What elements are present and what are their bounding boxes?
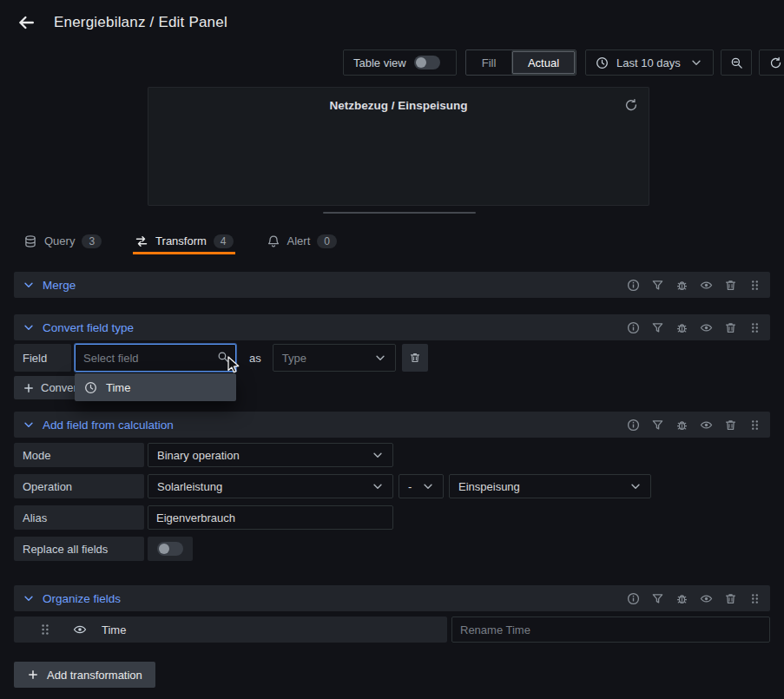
fill-option[interactable]: Fill bbox=[466, 50, 511, 75]
debug-icon[interactable] bbox=[675, 419, 688, 432]
organize-field-name: Time bbox=[102, 623, 126, 636]
grafana-edit-panel-screen: Energiebilanz / Edit Panel Table view Fi… bbox=[0, 0, 784, 699]
select-field-input[interactable] bbox=[75, 344, 236, 372]
zoom-out-icon bbox=[730, 56, 743, 69]
collapse-chevron-icon[interactable] bbox=[23, 419, 35, 431]
type-select[interactable]: Type bbox=[273, 344, 396, 372]
refresh-icon bbox=[769, 56, 782, 69]
debug-icon[interactable] bbox=[675, 592, 688, 605]
select-field-wrapper bbox=[75, 344, 236, 372]
panel-resize-handle[interactable] bbox=[323, 212, 476, 214]
top-header: Energiebilanz / Edit Panel bbox=[0, 0, 784, 45]
info-icon[interactable] bbox=[627, 321, 640, 334]
section-title[interactable]: Organize fields bbox=[43, 592, 121, 605]
field-label: Field bbox=[14, 344, 71, 372]
drag-handle-icon[interactable] bbox=[748, 419, 761, 432]
actual-option[interactable]: Actual bbox=[511, 50, 576, 75]
tab-label: Alert bbox=[287, 234, 311, 247]
query-count-badge: 3 bbox=[82, 234, 102, 248]
section-title[interactable]: Convert field type bbox=[43, 321, 134, 334]
transform-section-merge: Merge bbox=[14, 272, 770, 298]
delete-icon bbox=[409, 352, 421, 364]
drag-handle-icon[interactable] bbox=[38, 623, 52, 636]
add-transformation-button[interactable]: Add transformation bbox=[14, 662, 155, 688]
rename-field-input[interactable] bbox=[451, 617, 770, 643]
operation-left-select[interactable]: Solarleistung bbox=[148, 474, 393, 498]
section-title[interactable]: Merge bbox=[43, 279, 76, 292]
delete-icon[interactable] bbox=[724, 321, 737, 334]
visibility-icon[interactable] bbox=[700, 419, 713, 432]
back-icon[interactable] bbox=[16, 12, 36, 33]
drag-handle-icon[interactable] bbox=[748, 321, 761, 334]
section-actions bbox=[627, 592, 761, 605]
panel-title: Netzbezug / Einspeisung bbox=[148, 99, 649, 112]
info-icon[interactable] bbox=[627, 279, 640, 292]
type-select-value: Type bbox=[282, 352, 306, 365]
panel-toolbar: Table view Fill Actual Last 10 days bbox=[0, 49, 784, 76]
visibility-icon[interactable] bbox=[700, 592, 713, 605]
info-icon[interactable] bbox=[627, 592, 640, 605]
replace-all-fields-toggle[interactable] bbox=[157, 542, 183, 556]
visibility-icon[interactable] bbox=[73, 623, 87, 636]
filter-icon[interactable] bbox=[651, 419, 664, 432]
organize-field-bar: Time bbox=[14, 617, 447, 643]
debug-icon[interactable] bbox=[675, 279, 688, 292]
collapse-chevron-icon[interactable] bbox=[23, 592, 35, 604]
tab-alert[interactable]: Alert 0 bbox=[265, 228, 339, 254]
drag-handle-icon[interactable] bbox=[748, 279, 761, 292]
tab-query[interactable]: Query 3 bbox=[22, 228, 103, 254]
delete-icon[interactable] bbox=[724, 592, 737, 605]
zoom-out-button[interactable] bbox=[721, 49, 752, 76]
filter-icon[interactable] bbox=[651, 321, 664, 334]
delete-icon[interactable] bbox=[724, 279, 737, 292]
delete-icon[interactable] bbox=[724, 419, 737, 432]
alias-label: Alias bbox=[14, 505, 144, 530]
fill-actual-segmented-control: Fill Actual bbox=[465, 49, 576, 76]
debug-icon[interactable] bbox=[675, 321, 688, 334]
section-actions bbox=[627, 419, 761, 432]
organize-field-row: Time bbox=[14, 617, 770, 643]
transform-count-badge: 4 bbox=[214, 234, 234, 248]
transform-section-organize: Organize fields bbox=[14, 585, 770, 611]
query-icon bbox=[23, 234, 37, 248]
operation-right-value: Einspeisung bbox=[458, 480, 520, 493]
transform-section-convert: Convert field type bbox=[14, 314, 770, 340]
field-select-dropdown: Time bbox=[75, 373, 236, 401]
replace-all-fields-row: Replace all fields bbox=[14, 537, 193, 561]
info-icon[interactable] bbox=[627, 419, 640, 432]
chevron-down-icon bbox=[372, 449, 384, 461]
operator-select[interactable]: - bbox=[399, 474, 444, 498]
clock-icon bbox=[596, 56, 609, 69]
remove-conversion-button[interactable] bbox=[402, 344, 428, 372]
visibility-icon[interactable] bbox=[700, 321, 713, 334]
add-transformation-label: Add transformation bbox=[47, 669, 142, 682]
collapse-chevron-icon[interactable] bbox=[23, 321, 35, 333]
chevron-down-icon bbox=[374, 352, 386, 364]
panel-sync-icon[interactable] bbox=[624, 98, 638, 112]
filter-icon[interactable] bbox=[651, 592, 664, 605]
collapse-chevron-icon[interactable] bbox=[23, 279, 35, 291]
operation-label: Operation bbox=[14, 474, 144, 498]
dropdown-option-time[interactable]: Time bbox=[75, 373, 236, 401]
visibility-icon[interactable] bbox=[700, 279, 713, 292]
search-icon bbox=[217, 351, 229, 363]
tab-transform[interactable]: Transform 4 bbox=[133, 228, 234, 254]
alias-input[interactable] bbox=[148, 505, 393, 530]
plus-icon bbox=[23, 382, 35, 394]
alert-icon bbox=[267, 234, 280, 248]
page-title: Energiebilanz / Edit Panel bbox=[54, 14, 227, 31]
mode-row: Mode Binary operation bbox=[14, 443, 393, 467]
table-view-switch-icon[interactable] bbox=[414, 56, 440, 69]
alias-row: Alias bbox=[14, 505, 393, 530]
chevron-down-icon bbox=[690, 56, 702, 69]
drag-handle-icon[interactable] bbox=[748, 592, 761, 605]
time-range-picker[interactable]: Last 10 days bbox=[585, 49, 714, 76]
operation-right-select[interactable]: Einspeisung bbox=[449, 474, 651, 498]
refresh-button[interactable] bbox=[759, 49, 784, 76]
table-view-toggle[interactable]: Table view bbox=[343, 49, 457, 76]
mode-select[interactable]: Binary operation bbox=[148, 443, 393, 467]
filter-icon[interactable] bbox=[651, 279, 664, 292]
section-title[interactable]: Add field from calculation bbox=[43, 419, 174, 432]
tab-label: Transform bbox=[155, 234, 207, 247]
chevron-down-icon bbox=[372, 480, 384, 492]
